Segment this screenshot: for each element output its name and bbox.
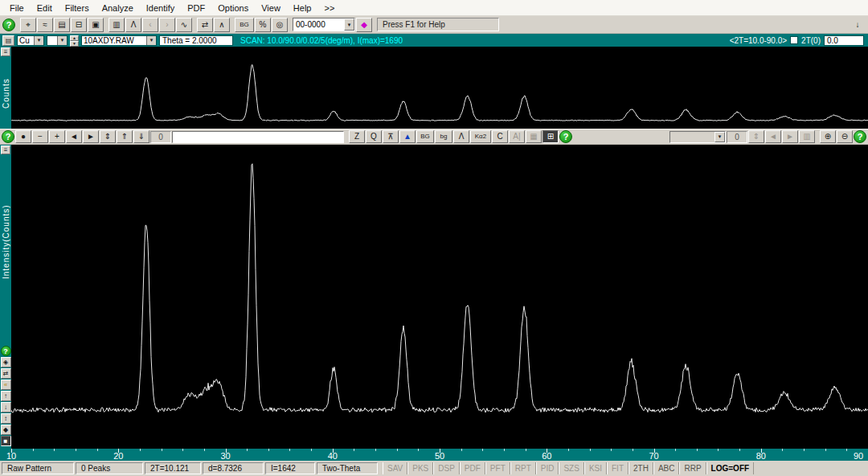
menu-filters[interactable]: Filters: [59, 2, 96, 14]
menu-file[interactable]: File: [3, 2, 31, 14]
record-button[interactable]: ●: [15, 130, 31, 143]
spin-up-icon[interactable]: ▲: [70, 35, 79, 41]
offset-right-button[interactable]: ►: [782, 130, 798, 143]
ka2-button[interactable]: Kα2: [470, 130, 491, 143]
zoom-cursor-button[interactable]: Z: [349, 130, 365, 143]
cursor-tool-button[interactable]: ⌖: [20, 18, 36, 32]
help-button-2[interactable]: ?: [559, 130, 572, 143]
centroid-button[interactable]: C: [492, 130, 508, 143]
bg-fit-button[interactable]: BG: [416, 130, 434, 143]
overview-chart[interactable]: [11, 47, 868, 129]
scale-up-button[interactable]: ⇑: [117, 130, 133, 143]
flag-pft[interactable]: PFT: [485, 462, 510, 474]
chart-options-button[interactable]: ≡: [1, 47, 10, 56]
restore-view-button[interactable]: «: [1, 380, 11, 390]
offset-updown-button[interactable]: ⇕: [748, 130, 764, 143]
two-theta-zero-checkbox[interactable]: [790, 36, 798, 44]
menu-analyze[interactable]: Analyze: [96, 2, 140, 14]
overlay-select[interactable]: ▼: [669, 131, 726, 143]
compare-button[interactable]: ⇄: [197, 18, 213, 32]
flag-2th[interactable]: 2TH: [628, 462, 653, 474]
menu-view[interactable]: View: [255, 2, 287, 14]
table-view-button[interactable]: ⊞: [542, 130, 559, 143]
anode-select[interactable]: Cu ▼: [17, 35, 44, 46]
scroll-up-button[interactable]: ↑: [1, 391, 11, 401]
histogram-button[interactable]: ▥: [108, 18, 125, 32]
flag-szs[interactable]: SZS: [559, 462, 583, 474]
scale-updown-button[interactable]: ⇕: [100, 130, 116, 143]
panel-button[interactable]: ▤: [2, 35, 14, 46]
profile-button[interactable]: Λ: [453, 130, 469, 143]
menu-more[interactable]: >>: [317, 2, 341, 14]
full-range-button[interactable]: ■: [1, 436, 11, 446]
pan-left-button[interactable]: ◄: [66, 130, 82, 143]
remove-overlay-button[interactable]: ⊖: [837, 130, 853, 143]
flag-abc[interactable]: ABC: [653, 462, 680, 474]
snapshot-button[interactable]: ▣: [88, 18, 104, 32]
scale-down-button[interactable]: ⇓: [133, 130, 149, 143]
zoom-out-button[interactable]: −: [32, 130, 48, 143]
display-mode-select[interactable]: ▼: [47, 35, 68, 46]
pan-right-button[interactable]: ►: [83, 130, 99, 143]
flag-fit[interactable]: FIT: [607, 462, 628, 474]
flag-ksi[interactable]: KSI: [584, 462, 607, 474]
help-button[interactable]: ?: [2, 18, 15, 31]
x-axis-bar[interactable]: 102030405060708090: [0, 449, 868, 461]
flag-dsp[interactable]: DSP: [433, 462, 460, 474]
main-chart-area[interactable]: [11, 145, 868, 449]
swap-view-button[interactable]: ⇄: [1, 368, 11, 379]
flag-rpt[interactable]: RPT: [510, 462, 536, 474]
two-theta-zero-field[interactable]: 0.0: [824, 35, 864, 46]
flag-pid[interactable]: PID: [536, 462, 559, 474]
next-button[interactable]: ›: [159, 18, 175, 32]
autoscale-button[interactable]: ↕: [1, 413, 11, 424]
smooth-button[interactable]: ∿: [176, 18, 192, 32]
phase-search-input[interactable]: [172, 131, 344, 143]
menu-edit[interactable]: Edit: [31, 2, 59, 14]
flag-rrp[interactable]: RRP: [679, 462, 706, 474]
background-button[interactable]: BG: [235, 18, 254, 32]
help-button[interactable]: ?: [1, 346, 11, 356]
retrieve-pdf-button[interactable]: ◆: [356, 18, 372, 32]
offset-left-button[interactable]: ◄: [765, 130, 781, 143]
overlay-button[interactable]: ≈: [37, 18, 53, 32]
menu-identify[interactable]: Identify: [140, 2, 181, 14]
stack-button[interactable]: ▥: [799, 130, 815, 143]
magnifier-button[interactable]: Q: [366, 130, 382, 143]
open-file-button[interactable]: ▤: [54, 18, 70, 32]
flag-pdf[interactable]: PDF: [460, 462, 485, 474]
menu-options[interactable]: Options: [211, 2, 255, 14]
ka2-strip-button[interactable]: %: [255, 18, 271, 32]
peak-search-button[interactable]: ∧: [214, 18, 230, 32]
chart-options-button[interactable]: ≡: [1, 146, 10, 154]
bg-subtract-button[interactable]: bg: [435, 130, 452, 143]
marker-button[interactable]: ◆: [1, 425, 11, 435]
zoom-in-button[interactable]: +: [49, 130, 65, 143]
help-button[interactable]: ?: [2, 130, 14, 143]
flag-pks[interactable]: PKS: [407, 462, 433, 474]
grid-button[interactable]: ▦: [526, 130, 542, 143]
prev-button[interactable]: ‹: [142, 18, 158, 32]
log-scale-status[interactable]: LOG=OFF: [706, 462, 755, 474]
menu-help[interactable]: Help: [287, 2, 318, 14]
scroll-down-button[interactable]: ↓: [1, 402, 11, 412]
tree-button[interactable]: ⊼: [383, 130, 399, 143]
file-select[interactable]: 10AXDY.RAW ▼: [81, 35, 157, 46]
peak-display-button[interactable]: ▲: [399, 130, 416, 143]
zoom-spinner[interactable]: ▲ ▼: [70, 35, 79, 46]
axis-mode-status[interactable]: Two-Theta: [317, 462, 378, 474]
theta-field[interactable]: Theta = 2.0000: [159, 35, 233, 46]
menu-pdf[interactable]: PDF: [181, 2, 211, 14]
main-chart[interactable]: [11, 145, 868, 449]
flag-sav[interactable]: SAV: [383, 462, 407, 474]
move-tool-button[interactable]: ◈: [1, 357, 11, 367]
add-overlay-button[interactable]: ⊕: [820, 130, 836, 143]
help-button-3[interactable]: ?: [854, 130, 866, 143]
axis-line-button[interactable]: A|: [509, 130, 525, 143]
dock-down-button[interactable]: ↓: [850, 18, 866, 32]
overview-chart-area[interactable]: [11, 47, 868, 129]
peak-fit-button[interactable]: Λ: [125, 18, 141, 32]
pdf-number-combo[interactable]: 00-0000 ▼: [293, 18, 355, 31]
web-button[interactable]: ◎: [272, 18, 288, 32]
spin-down-icon[interactable]: ▼: [70, 41, 79, 47]
